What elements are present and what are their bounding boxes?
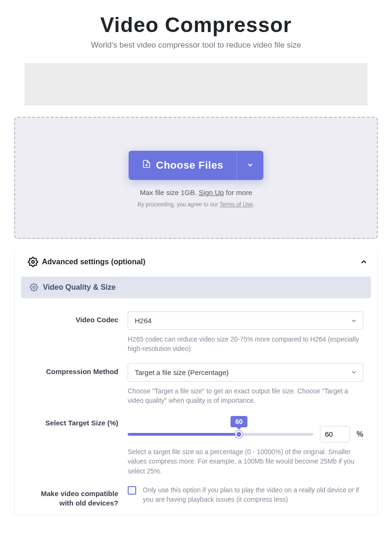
- chevron-down-icon: [351, 369, 357, 375]
- ad-placeholder: [24, 63, 368, 106]
- compression-method-value: Target a file size (Percentage): [135, 368, 229, 376]
- choose-files-label: Choose Files: [156, 159, 223, 171]
- terms-text: By proceeding, you agree to our Terms of…: [29, 201, 363, 208]
- slider-fill: [128, 433, 239, 436]
- choose-files-dropdown-button[interactable]: [237, 151, 263, 180]
- page-subtitle: World's best video compressor tool to re…: [14, 41, 378, 50]
- gear-icon: [30, 283, 38, 292]
- limit-prefix: Max file size 1GB.: [140, 188, 199, 196]
- terms-link[interactable]: Terms of Use: [220, 201, 253, 208]
- chevron-down-icon: [246, 161, 254, 170]
- compression-method-help: Choose "Target a file size" to get an ex…: [128, 386, 363, 406]
- file-plus-icon: [142, 158, 151, 172]
- section-video-quality: Video Quality & Size: [21, 277, 371, 298]
- terms-prefix: By proceeding, you agree to our: [138, 201, 220, 208]
- compression-method-label: Compression Method: [29, 363, 128, 406]
- compression-method-select[interactable]: Target a file size (Percentage): [128, 363, 363, 382]
- percent-symbol: %: [357, 430, 363, 439]
- advanced-settings-header[interactable]: Advanced settings (optional): [15, 250, 377, 274]
- chevron-up-icon: [359, 258, 368, 266]
- limit-suffix: for more: [224, 188, 252, 196]
- section-label: Video Quality & Size: [43, 283, 115, 292]
- video-codec-value: H264: [135, 317, 152, 325]
- target-size-input[interactable]: [320, 426, 350, 442]
- page-title: Video Compressor: [14, 13, 378, 37]
- terms-suffix: .: [253, 201, 254, 208]
- dropzone[interactable]: Choose Files Max file size 1GB. Sign Up …: [14, 117, 378, 239]
- advanced-title: Advanced settings (optional): [42, 258, 146, 266]
- choose-files-button[interactable]: Choose Files: [129, 151, 237, 180]
- video-codec-help: H265 codec can reduce video size 20-75% …: [128, 334, 363, 354]
- video-codec-label: Video Codec: [29, 311, 128, 354]
- gear-icon: [28, 257, 38, 267]
- signup-link[interactable]: Sign Up: [199, 188, 224, 196]
- target-size-slider[interactable]: [128, 433, 313, 436]
- slider-thumb[interactable]: [235, 431, 243, 438]
- slider-tooltip: 60: [230, 416, 247, 427]
- file-limit-text: Max file size 1GB. Sign Up for more: [29, 188, 363, 196]
- target-size-help: Select a target file size as a percentag…: [128, 447, 363, 476]
- chevron-down-icon: [351, 318, 357, 324]
- video-codec-select[interactable]: H264: [128, 311, 363, 330]
- target-size-label: Select Target Size (%): [29, 415, 128, 476]
- compat-help: Only use this option if you plan to play…: [143, 485, 363, 505]
- svg-point-3: [33, 286, 35, 289]
- compat-checkbox[interactable]: [128, 486, 136, 495]
- advanced-settings-card: Advanced settings (optional) Video Quali…: [14, 250, 378, 515]
- compat-label: Make video compatible with old devices?: [29, 485, 128, 508]
- svg-point-2: [32, 261, 34, 263]
